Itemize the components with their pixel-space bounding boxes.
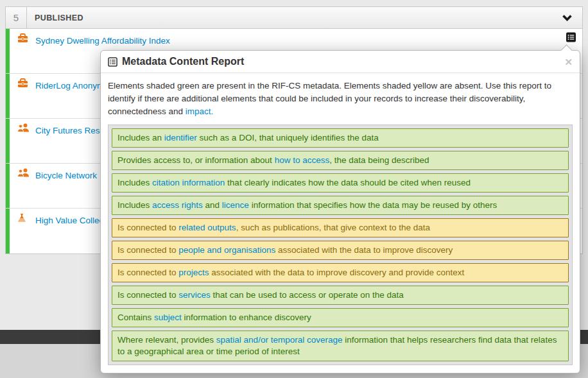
modal-body: Elements shaded green are present in the…: [101, 73, 580, 365]
metadata-report-modal: Metadata Content Report ✕ Elements shade…: [100, 50, 580, 374]
metadata-report-icon[interactable]: [566, 32, 576, 42]
published-status-bar: [6, 209, 10, 253]
panel-title: PUBLISHED: [27, 7, 551, 28]
activity-icon: [17, 213, 26, 222]
modal-header: Metadata Content Report ✕: [101, 51, 580, 73]
collection-icon: [17, 33, 28, 43]
inline-link[interactable]: identifier: [164, 133, 197, 142]
inline-link[interactable]: impact.: [186, 107, 214, 116]
panel-header[interactable]: 5 PUBLISHED: [6, 7, 582, 29]
inline-link[interactable]: licence: [222, 200, 249, 210]
report-row-present: Includes access rights and licence infor…: [112, 196, 569, 215]
inline-link[interactable]: projects: [178, 268, 209, 277]
inline-link[interactable]: people and organisations: [178, 245, 275, 255]
inline-link[interactable]: citation information: [152, 178, 225, 187]
report-row-present: Contains subject information to enhance …: [112, 308, 569, 327]
report-row-present: Provides access to, or information about…: [112, 151, 569, 170]
record-title-link[interactable]: City Futures Rese: [35, 126, 105, 135]
record-title-link[interactable]: Sydney Dwelling Affordability Index: [35, 36, 170, 46]
record-title-link[interactable]: RiderLog Anonym: [35, 81, 104, 90]
report-row-absent: Is connected to people and organisations…: [112, 241, 569, 260]
report-rows: Includes an identifier such as a DOI, th…: [108, 125, 573, 365]
published-status-bar: [6, 29, 10, 73]
collection-icon: [17, 78, 28, 88]
inline-link[interactable]: subject: [154, 313, 182, 322]
party-group-icon: [17, 123, 30, 132]
inline-link[interactable]: related outputs: [178, 223, 236, 232]
record-title-link[interactable]: High Value Collect: [35, 216, 106, 225]
published-status-bar: [6, 119, 10, 163]
inline-link[interactable]: access rights: [152, 200, 203, 210]
published-status-bar: [6, 74, 10, 118]
inline-link[interactable]: spatial and/or temporal coverage: [216, 335, 343, 345]
inline-link[interactable]: services: [178, 290, 211, 300]
close-icon[interactable]: ✕: [564, 57, 573, 67]
report-description: Elements shaded green are present in the…: [108, 80, 573, 118]
report-row-present: Includes citation information that clear…: [112, 173, 569, 193]
record-count: 5: [6, 7, 27, 28]
record-title-link[interactable]: Bicycle Network: [35, 171, 97, 180]
inline-link[interactable]: how to access: [275, 155, 330, 165]
chevron-down-icon[interactable]: [551, 7, 582, 28]
report-list-icon: [108, 57, 117, 67]
report-row-present: Is connected to services that can be use…: [112, 286, 569, 305]
report-row-absent: Is connected to projects associated with…: [112, 263, 569, 282]
published-status-bar: [6, 164, 10, 208]
report-row-present: Where relevant, provides spatial and/or …: [112, 331, 569, 361]
report-row-absent: Is connected to related outputs, such as…: [112, 218, 569, 237]
report-row-present: Includes an identifier such as a DOI, th…: [112, 128, 569, 148]
party-group-icon: [17, 168, 30, 177]
modal-title: Metadata Content Report: [122, 56, 244, 67]
